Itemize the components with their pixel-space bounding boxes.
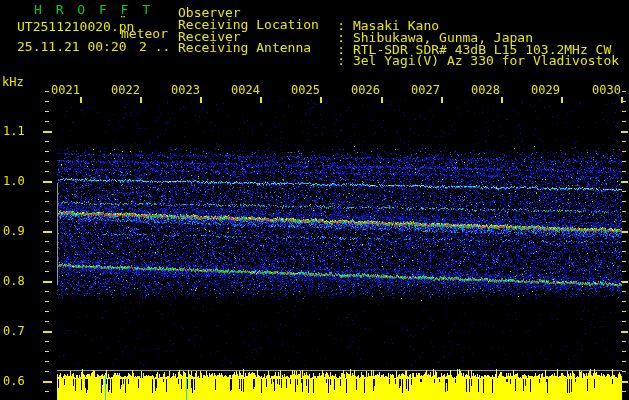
time-label-0021: 0021 xyxy=(48,84,80,96)
freq-tick-label-1.1: 1.1 xyxy=(3,125,25,137)
freq-tick-label-0.7: 0.7 xyxy=(3,325,25,337)
field-label-antenna: Receiving Antenna xyxy=(178,41,311,54)
time-label-0030: 0030 xyxy=(589,84,621,96)
freq-tick-label-1.0: 1.0 xyxy=(3,175,25,187)
time-label-0022: 0022 xyxy=(108,84,140,96)
freq-tick-label-0.8: 0.8 xyxy=(3,275,25,287)
time-label-0028: 0028 xyxy=(468,84,500,96)
hrofft-screen: H R O F F T UT2511210020.pn ¨ meteor 25.… xyxy=(0,0,629,400)
echo-counter: 2 .. xyxy=(139,40,170,53)
datetime-label: 25.11.21 00:20 xyxy=(17,40,127,53)
time-label-0024: 0024 xyxy=(228,84,260,96)
time-label-0026: 0026 xyxy=(348,84,380,96)
freq-tick-label-0.6: 0.6 xyxy=(3,375,25,387)
field-value-antenna-row: : 3el Yagi(V) Az 330 for Vladivostok xyxy=(306,41,619,80)
time-label-0025: 0025 xyxy=(288,84,320,96)
field-value-antenna: 3el Yagi(V) Az 330 for Vladivostok xyxy=(353,53,619,68)
time-label-0029: 0029 xyxy=(528,84,560,96)
time-label-0027: 0027 xyxy=(408,84,440,96)
freq-tick-label-0.9: 0.9 xyxy=(3,225,25,237)
freq-axis-unit: kHz xyxy=(2,76,24,88)
output-filename: UT2511210020.pn xyxy=(17,20,134,33)
time-label-0023: 0023 xyxy=(168,84,200,96)
app-title: H R O F F T xyxy=(34,3,153,16)
colon: : xyxy=(337,53,353,68)
